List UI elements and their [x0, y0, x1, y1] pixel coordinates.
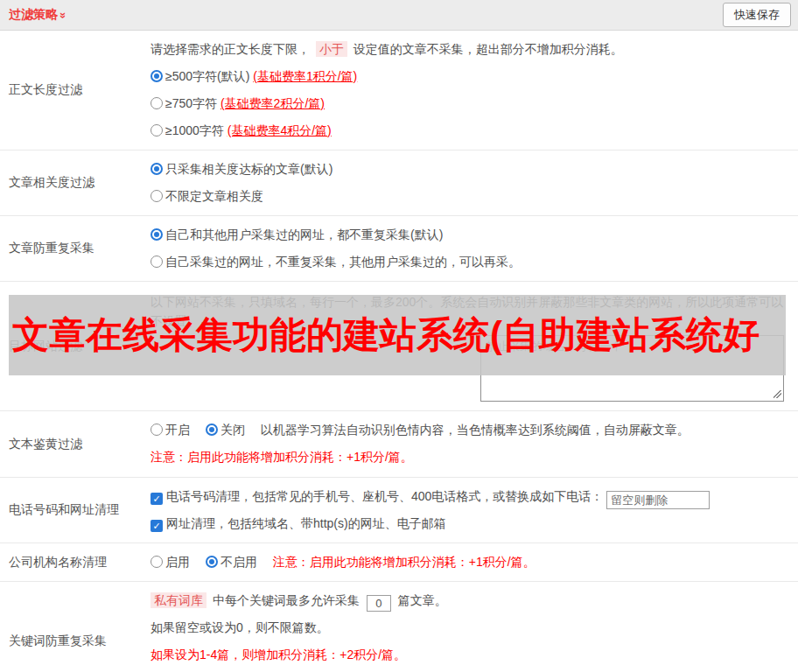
porn-filter-option-on[interactable]: 开启: [150, 423, 190, 437]
option-label: 自己和其他用户采集过的网址，都不重复采集(默认): [165, 228, 443, 242]
option-label: 开启: [165, 423, 190, 437]
row-content: 私有词库 中每个关键词最多允许采集 篇文章。 如果留空或设为0，则不限篇数。 如…: [150, 582, 798, 672]
option-fee-note: (基础费率4积分/篇): [228, 123, 332, 137]
option-label: 自己采集过的网址，不重复采集，其他用户采集过的，可以再采。: [165, 255, 521, 269]
row-label: 公司机构名称清理: [0, 543, 150, 581]
text-length-option-750[interactable]: ≥750字符 (基础费率2积分/篇): [150, 90, 791, 117]
row-porn-filter: 文本鉴黄过滤 开启 关闭 以机器学习算法自动识别色情内容，当色情概率达到系统阈值…: [0, 411, 798, 478]
radio-icon[interactable]: [150, 190, 163, 202]
checkbox-label: 电话号码清理，包括常见的手机号、座机号、400电话格式，或替换成如下电话：: [166, 489, 603, 503]
row-content: 启用 不启用 注意：启用此功能将增加积分消耗：+1积分/篇。: [150, 543, 798, 581]
row-label: 电话号码和网址清理: [0, 478, 150, 542]
checkbox-label: 网址清理，包括纯域名、带http(s)的网址、电子邮箱: [166, 516, 446, 530]
text-length-option-500[interactable]: ≥500字符(默认) (基础费率1积分/篇): [150, 63, 791, 90]
row-content: 只采集相关度达标的文章(默认) 不限定文章相关度: [150, 150, 798, 215]
radio-checked-icon[interactable]: [150, 70, 163, 82]
watermark-banner-text: 文章在线采集功能的建站系统(自助建站系统好: [9, 311, 760, 360]
company-cleanup-option-off[interactable]: 不启用: [206, 555, 257, 569]
keyword-limit-input[interactable]: [367, 595, 391, 612]
keyword-limit-line: 私有词库 中每个关键词最多允许采集 篇文章。: [150, 587, 791, 614]
dedup-option-own[interactable]: 自己采集过的网址，不重复采集，其他用户采集过的，可以再采。: [150, 248, 791, 276]
limit-text: 中每个关键词最多允许采集: [213, 593, 360, 607]
checkbox-checked-icon[interactable]: ✓: [150, 493, 163, 505]
row-text-length-filter: 正文长度过滤 请选择需求的正文长度下限， 小于 设定值的文章不采集，超出部分不增…: [0, 31, 798, 150]
row-phone-url-cleanup: 电话号码和网址清理 ✓电话号码清理，包括常见的手机号、座机号、400电话格式，或…: [0, 478, 798, 543]
text-length-intro: 请选择需求的正文长度下限， 小于 设定值的文章不采集，超出部分不增加积分消耗。: [150, 36, 791, 63]
row-content: ✓电话号码清理，包括常见的手机号、座机号、400电话格式，或替换成如下电话： ✓…: [150, 478, 798, 542]
radio-icon[interactable]: [150, 556, 163, 568]
chevron-double-down-icon: »: [58, 11, 69, 18]
page-title-text: 过滤策略: [9, 7, 58, 23]
option-label: 关闭: [220, 423, 245, 437]
row-label: 文本鉴黄过滤: [0, 411, 150, 477]
radio-icon[interactable]: [150, 124, 163, 136]
radio-checked-icon[interactable]: [206, 424, 218, 436]
radio-icon[interactable]: [150, 424, 163, 436]
company-cleanup-option-on[interactable]: 启用: [150, 555, 190, 569]
keyword-note-fee: 如果设为1-4篇，则增加积分消耗：+2积分/篇。: [150, 641, 791, 668]
topbar: 过滤策略 » 快速保存: [0, 0, 798, 31]
row-content: 开启 关闭 以机器学习算法自动识别色情内容，当色情概率达到系统阈值，自动屏蔽文章…: [150, 411, 798, 477]
radio-icon[interactable]: [150, 97, 163, 109]
phone-cleanup-option[interactable]: ✓电话号码清理，包括常见的手机号、座机号、400电话格式，或替换成如下电话：: [150, 483, 791, 510]
relevance-option-strict[interactable]: 只采集相关度达标的文章(默认): [150, 156, 791, 183]
option-label: 只采集相关度达标的文章(默认): [165, 162, 332, 176]
radio-checked-icon[interactable]: [150, 228, 163, 241]
row-keyword-dedup: 关键词防重复采集 私有词库 中每个关键词最多允许采集 篇文章。 如果留空或设为0…: [0, 582, 798, 672]
row-label: 文章相关度过滤: [0, 150, 150, 215]
option-fee-note: (基础费率2积分/篇): [220, 96, 325, 110]
company-cleanup-options: 启用 不启用 注意：启用此功能将增加积分消耗：+1积分/篇。: [150, 549, 791, 576]
row-company-cleanup: 公司机构名称清理 启用 不启用 注意：启用此功能将增加积分消耗：+1积分/篇。: [0, 543, 798, 582]
quick-save-button[interactable]: 快速保存: [723, 3, 791, 27]
radio-checked-icon[interactable]: [150, 163, 163, 175]
row-label: 关键词防重复采集: [0, 582, 150, 672]
textarea-resize-grip[interactable]: [774, 390, 781, 398]
private-thesaurus-tag[interactable]: 私有词库: [150, 592, 206, 608]
radio-icon[interactable]: [150, 256, 163, 268]
row-dedup-collection: 文章防重复采集 自己和其他用户采集过的网址，都不重复采集(默认) 自己采集过的网…: [0, 216, 798, 282]
porn-filter-option-off[interactable]: 关闭: [206, 423, 245, 437]
filter-strategy-page: 过滤策略 » 快速保存 正文长度过滤 请选择需求的正文长度下限， 小于 设定值的…: [0, 0, 798, 672]
less-than-tag: 小于: [316, 41, 347, 57]
row-content: 自己和其他用户采集过的网址，都不重复采集(默认) 自己采集过的网址，不重复采集，…: [150, 216, 798, 281]
option-label: 启用: [165, 555, 190, 569]
option-label: ≥750字符: [165, 96, 217, 110]
option-label: 不启用: [220, 555, 257, 569]
checkbox-checked-icon[interactable]: ✓: [150, 520, 163, 532]
dedup-option-global[interactable]: 自己和其他用户采集过的网址，都不重复采集(默认): [150, 221, 791, 248]
intro-suffix: 设定值的文章不采集，超出部分不增加积分消耗。: [354, 42, 623, 56]
porn-filter-options: 开启 关闭 以机器学习算法自动识别色情内容，当色情概率达到系统阈值，自动屏蔽文章…: [150, 416, 791, 444]
option-label: ≥1000字符: [165, 123, 224, 137]
watermark-banner: 文章在线采集功能的建站系统(自助建站系统好: [9, 295, 786, 375]
limit-suffix: 篇文章。: [398, 593, 447, 607]
keyword-note-five: 如果设为5篇或以上，也不会额外增加积分消耗。 注意事项»: [150, 668, 791, 672]
option-fee-note: (基础费率1积分/篇): [253, 69, 357, 83]
company-cleanup-note: 注意：启用此功能将增加积分消耗：+1积分/篇。: [273, 555, 536, 569]
option-label: 不限定文章相关度: [165, 189, 263, 203]
radio-checked-icon[interactable]: [206, 556, 218, 568]
row-content: 请选择需求的正文长度下限， 小于 设定值的文章不采集，超出部分不增加积分消耗。 …: [150, 31, 798, 150]
url-cleanup-option[interactable]: ✓网址清理，包括纯域名、带http(s)的网址、电子邮箱: [150, 510, 791, 537]
text-length-option-1000[interactable]: ≥1000字符 (基础费率4积分/篇): [150, 117, 791, 144]
row-label: 正文长度过滤: [0, 31, 150, 150]
row-label: 文章防重复采集: [0, 216, 150, 281]
row-relevance-filter: 文章相关度过滤 只采集相关度达标的文章(默认) 不限定文章相关度: [0, 150, 798, 216]
option-label: ≥500字符(默认): [165, 69, 249, 83]
relevance-option-any[interactable]: 不限定文章相关度: [150, 183, 791, 210]
keyword-note-zero: 如果留空或设为0，则不限篇数。: [150, 614, 791, 641]
page-title[interactable]: 过滤策略 »: [9, 7, 66, 23]
replacement-phone-input[interactable]: [606, 491, 710, 509]
porn-filter-desc: 以机器学习算法自动识别色情内容，当色情概率达到系统阈值，自动屏蔽文章。: [261, 423, 690, 437]
intro-prefix: 请选择需求的正文长度下限，: [150, 42, 310, 56]
porn-filter-note: 注意：启用此功能将增加积分消耗：+1积分/篇。: [150, 444, 791, 471]
